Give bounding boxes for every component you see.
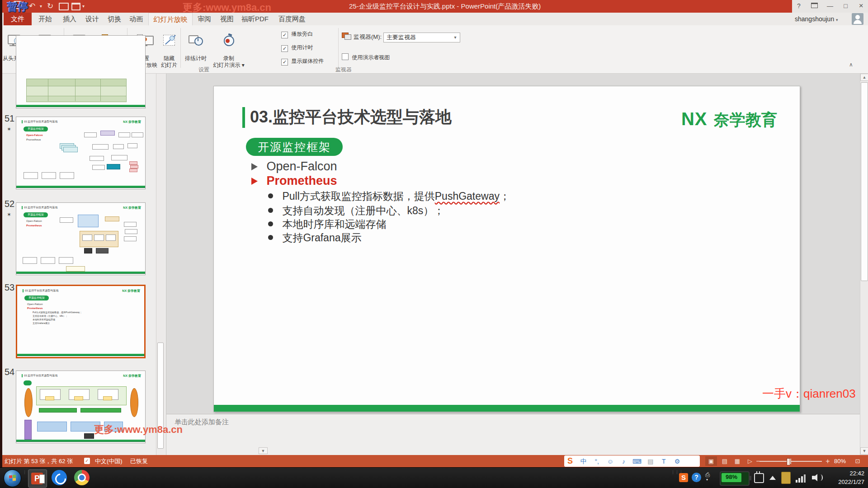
undo-dropdown-icon[interactable]: ▾ <box>40 1 42 12</box>
taskbar-app-icon[interactable] <box>51 469 69 487</box>
zoom-slider-thumb[interactable] <box>787 458 790 465</box>
scroll-up-icon[interactable]: ▲ <box>860 74 868 81</box>
tab-review[interactable]: 审阅 <box>193 13 215 25</box>
tab-slideshow[interactable]: 幻灯片放映 <box>148 13 193 26</box>
undo-icon[interactable]: ↶ <box>29 1 35 12</box>
slide-title[interactable]: 03.监控平台技术选型与落地 <box>250 106 452 128</box>
thumbnail-panel-scrollbar[interactable] <box>156 74 165 455</box>
tab-view[interactable]: 视图 <box>216 13 238 25</box>
monitor-select-caret-icon: ▾ <box>452 34 459 41</box>
scroll-down-icon[interactable]: ▼ <box>860 447 868 455</box>
reading-view-button[interactable]: ▦ <box>731 456 743 466</box>
presenter-view-checkbox[interactable]: 使用演示者视图 <box>342 53 390 61</box>
bullet-prometheus[interactable]: Prometheus <box>251 174 337 188</box>
tray-plug-icon[interactable] <box>754 473 764 483</box>
clipboard-icon[interactable]: ▤ <box>645 456 656 467</box>
use-timings-checkbox[interactable]: ✓ 使用计时 <box>281 44 313 52</box>
close-icon[interactable]: × <box>854 0 868 12</box>
reading-view-qat-icon[interactable] <box>71 3 80 10</box>
tab-home[interactable]: 开始 <box>33 13 58 25</box>
thumbnail-slide-53-selected[interactable]: 03.监控平台技术选型与落地 NX 奈学教育 开源监控框架 Open-Falco… <box>16 285 146 358</box>
punctuation-icon[interactable]: °, <box>591 456 603 467</box>
video-watermark-bottom: 更多:www.ym8a.cn <box>94 423 183 436</box>
zoom-in-button[interactable]: + <box>822 456 834 466</box>
sub-bullet-storage[interactable]: 本地时序库和远端存储 <box>268 217 386 231</box>
tray-grip[interactable]: ⋮⋮⋮ <box>671 471 673 474</box>
scroll-down-button[interactable]: ▼ <box>259 447 268 454</box>
soft-keyboard-icon[interactable]: ⌨ <box>631 456 643 467</box>
thumbnail-slide-51[interactable]: 03.监控平台技术选型与落地 NX 奈学教育 开源监控框架 Open-Falco… <box>16 117 146 189</box>
taskbar-chrome-icon[interactable] <box>73 469 91 487</box>
pinyin-mode-icon[interactable]: 中 <box>578 456 590 467</box>
avatar[interactable] <box>852 13 863 25</box>
tray-browser-icon[interactable]: ? <box>692 473 701 482</box>
battery-indicator[interactable]: 98% <box>720 471 750 486</box>
taskbar-powerpoint-icon[interactable]: P <box>28 469 47 488</box>
taskbar-clock[interactable]: 22:42 2022/1/27 <box>838 469 864 486</box>
emoji-icon[interactable]: ☺ <box>604 456 616 467</box>
record-slideshow-button[interactable]: 录制 幻灯片演示 ▾ <box>209 27 248 69</box>
collapse-ribbon-icon[interactable]: ∧ <box>849 61 853 68</box>
sub-bullet-grafana[interactable]: 支持Grafana展示 <box>268 231 362 245</box>
tab-insert[interactable]: 插入 <box>59 13 80 25</box>
sub-bullet-pull[interactable]: Pull方式获取监控指标数据，提供PushGateway； <box>268 189 510 203</box>
sub-bullet-discovery[interactable]: 支持自动发现（注册中心、k8s）； <box>268 204 444 218</box>
slide-sorter-view-button[interactable]: ▤ <box>719 456 731 466</box>
topic-badge[interactable]: 开源监控框架 <box>246 138 343 156</box>
minimize-icon[interactable]: — <box>823 0 837 12</box>
ribbon-display-options-icon[interactable] <box>807 0 821 12</box>
tab-file[interactable]: 文件 <box>4 13 32 25</box>
thumbnail-number: 53 <box>5 282 14 293</box>
voice-input-icon[interactable]: ♪ <box>618 456 630 467</box>
help-icon[interactable]: ? <box>792 0 806 12</box>
record-slideshow-icon <box>221 34 236 47</box>
account-menu[interactable]: shangshoujun ▾ <box>795 13 838 26</box>
zoom-level[interactable]: 80% <box>834 455 846 467</box>
group-label-monitors: 监视器 <box>335 66 352 74</box>
slide-counter[interactable]: 幻灯片 第 53 张，共 62 张 <box>5 455 73 467</box>
hide-slide-button[interactable]: 隐藏 幻灯片 <box>159 27 179 69</box>
tray-show-hidden-icons[interactable] <box>769 476 776 480</box>
sogou-logo[interactable]: S <box>564 455 576 467</box>
battery-percent: 98% <box>722 474 741 480</box>
sogou-input-toolbar[interactable]: S 中 °, ☺ ♪ ⌨ ▤ T ⚙ <box>564 455 700 467</box>
account-dropdown-icon: ▾ <box>836 18 838 22</box>
normal-view-button[interactable]: ▣ <box>705 456 717 466</box>
notes-pane[interactable]: 单击此处添加备注 <box>166 414 860 455</box>
tray-netbar-icon[interactable] <box>781 472 791 484</box>
rehearse-timings-button[interactable]: 排练计时 <box>183 27 208 62</box>
editor-scrollbar[interactable]: ▲ ▼ <box>860 74 868 455</box>
editor-scrollbar-thumb[interactable] <box>861 82 868 281</box>
maximize-icon[interactable]: □ <box>839 0 852 12</box>
nx-brand-logo: NX 奈学教育 <box>681 109 777 131</box>
play-narrations-checkbox[interactable]: ✓ 播放旁白 <box>281 31 313 38</box>
monitor-select[interactable]: 主要监视器 ▾ <box>383 33 460 42</box>
start-button[interactable] <box>4 469 21 487</box>
tab-transitions[interactable]: 切换 <box>104 13 125 25</box>
thumbnail-slide-50[interactable] <box>16 35 146 108</box>
nx-logo-mark: NX <box>681 109 708 129</box>
spellcheck-icon[interactable]: ✓ <box>84 458 90 464</box>
video-watermark-reseller: 一手v：qianren03 <box>762 386 856 402</box>
toolbox-icon[interactable]: ⚙ <box>671 456 683 467</box>
thumbnail-slide-52[interactable]: 03.监控平台技术选型与落地 NX 奈学教育 开源监控框架 Open-Falco… <box>16 202 146 275</box>
start-slideshow-qat-icon[interactable] <box>59 3 69 10</box>
checkbox-checked-icon: ✓ <box>281 45 288 52</box>
tray-dropdown-icon[interactable]: ▾ <box>706 478 708 482</box>
slide-canvas[interactable]: 03.监控平台技术选型与落地 NX 奈学教育 开源监控框架 Open-Falco… <box>213 86 800 412</box>
show-media-controls-checkbox[interactable]: ✓ 显示媒体控件 <box>281 58 324 65</box>
language-indicator[interactable]: 中文(中国) <box>95 455 123 467</box>
skin-icon[interactable]: T <box>658 456 670 467</box>
fit-to-window-button[interactable]: ⊡ <box>852 456 863 466</box>
tab-baidu-netdisk[interactable]: 百度网盘 <box>273 13 311 25</box>
tray-network-icon[interactable] <box>796 474 807 483</box>
tab-animations[interactable]: 动画 <box>126 13 146 25</box>
qat-more-icon[interactable]: ▾ <box>82 1 85 12</box>
tray-volume-icon[interactable] <box>812 473 823 482</box>
tab-foxit-pdf[interactable]: 福昕PDF <box>239 13 271 25</box>
tray-sogou-icon[interactable]: S <box>679 473 688 482</box>
redo-icon[interactable]: ↻ <box>47 1 53 12</box>
thumbnail-number: 54 <box>5 367 14 377</box>
bullet-open-falcon[interactable]: Open-Falcon <box>251 160 337 174</box>
tab-design[interactable]: 设计 <box>81 13 103 25</box>
